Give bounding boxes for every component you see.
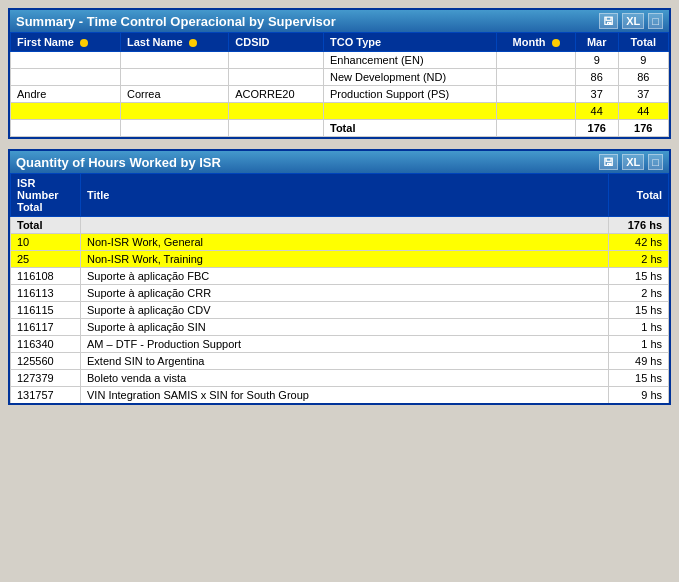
cell-mar: 176 [575,120,618,137]
list-item: 116117 Suporte à aplicação SIN 1 hs [11,319,669,336]
isr-hours: 15 hs [609,302,669,319]
cell-total: 44 [618,103,668,120]
isr-title: Non-ISR Work, General [81,234,609,251]
cell-firstname [11,103,121,120]
isr-hours: 1 hs [609,319,669,336]
col-last-name[interactable]: Last Name [120,33,228,52]
isr-number: 116115 [11,302,81,319]
xl-icon[interactable]: XL [622,13,644,29]
isr-total-row: Total 176 hs [11,217,669,234]
list-item: 125560 Extend SIN to Argentina 49 hs [11,353,669,370]
cell-mar: 9 [575,52,618,69]
cell-total: 37 [618,86,668,103]
minimize-icon[interactable]: □ [648,13,663,29]
table-row: AndreCorreaACORRE20Production Support (P… [11,86,669,103]
cell-mar: 37 [575,86,618,103]
cell-tco-type: Production Support (PS) [324,86,497,103]
list-item: 25 Non-ISR Work, Training 2 hs [11,251,669,268]
cell-lastname [120,52,228,69]
isr-xl-icon[interactable]: XL [622,154,644,170]
list-item: 10 Non-ISR Work, General 42 hs [11,234,669,251]
cell-month-empty [497,69,576,86]
list-item: 127379 Boleto venda a vista 15 hs [11,370,669,387]
table-row: 4444 [11,103,669,120]
isr-hours: 2 hs [609,251,669,268]
col-month[interactable]: Month [497,33,576,52]
sort-icon-lastname [189,39,197,47]
isr-panel-icons: 🖫 XL □ [599,154,663,170]
isr-number: 116113 [11,285,81,302]
list-item: 131757 VIN Integration SAMIS x SIN for S… [11,387,669,404]
isr-title: AM – DTF - Production Support [81,336,609,353]
isr-number: 116117 [11,319,81,336]
cell-cdsid [229,103,324,120]
isr-hours: 15 hs [609,370,669,387]
save-icon[interactable]: 🖫 [599,13,618,29]
isr-table-container[interactable]: ISRNumberTotal Title Total Total 176 hs … [10,173,669,403]
table-row: Enhancement (EN)99 [11,52,669,69]
isr-total-empty [81,217,609,234]
cell-tco-type: New Development (ND) [324,69,497,86]
cell-total: 86 [618,69,668,86]
col-total: Total [618,33,668,52]
isr-save-icon[interactable]: 🖫 [599,154,618,170]
list-item: 116108 Suporte à aplicação FBC 15 hs [11,268,669,285]
isr-number: 25 [11,251,81,268]
isr-number: 127379 [11,370,81,387]
cell-mar: 86 [575,69,618,86]
cell-total: 9 [618,52,668,69]
table-row: New Development (ND)8686 [11,69,669,86]
table-row: Total176176 [11,120,669,137]
list-item: 116113 Suporte à aplicação CRR 2 hs [11,285,669,302]
isr-hours: 2 hs [609,285,669,302]
col-mar: Mar [575,33,618,52]
cell-month-empty [497,103,576,120]
cell-month-empty [497,52,576,69]
sort-icon-firstname [80,39,88,47]
cell-firstname [11,69,121,86]
isr-total-label: Total [11,217,81,234]
cell-tco-type [324,103,497,120]
cell-cdsid [229,52,324,69]
isr-title: Non-ISR Work, Training [81,251,609,268]
isr-title: Suporte à aplicação CDV [81,302,609,319]
isr-hours: 1 hs [609,336,669,353]
cell-tco-type: Enhancement (EN) [324,52,497,69]
isr-number: 116340 [11,336,81,353]
summary-panel-icons: 🖫 XL □ [599,13,663,29]
cell-mar: 44 [575,103,618,120]
cell-lastname: Correa [120,86,228,103]
cell-cdsid: ACORRE20 [229,86,324,103]
isr-hours: 9 hs [609,387,669,404]
summary-table: First Name Last Name CDSID TCO Type Mont… [10,32,669,137]
isr-panel: Quantity of Hours Worked by ISR 🖫 XL □ I… [8,149,671,405]
isr-hours: 49 hs [609,353,669,370]
isr-table: ISRNumberTotal Title Total Total 176 hs … [10,173,669,403]
isr-minimize-icon[interactable]: □ [648,154,663,170]
isr-number: 116108 [11,268,81,285]
summary-panel-header: Summary - Time Control Operacional by Su… [10,10,669,32]
isr-number: 125560 [11,353,81,370]
isr-col-total: Total [609,174,669,217]
cell-total: 176 [618,120,668,137]
cell-lastname [120,69,228,86]
isr-hours: 42 hs [609,234,669,251]
isr-title: Suporte à aplicação FBC [81,268,609,285]
isr-title: Suporte à aplicação SIN [81,319,609,336]
col-first-name[interactable]: First Name [11,33,121,52]
list-item: 116340 AM – DTF - Production Support 1 h… [11,336,669,353]
isr-total-value: 176 hs [609,217,669,234]
summary-panel-title: Summary - Time Control Operacional by Su… [16,14,336,29]
cell-firstname [11,52,121,69]
cell-month-empty [497,86,576,103]
isr-col-title: Title [81,174,609,217]
isr-panel-header: Quantity of Hours Worked by ISR 🖫 XL □ [10,151,669,173]
cell-month-empty [497,120,576,137]
cell-lastname [120,103,228,120]
col-cdsid: CDSID [229,33,324,52]
cell-firstname [11,120,121,137]
summary-panel: Summary - Time Control Operacional by Su… [8,8,671,139]
cell-tco-type: Total [324,120,497,137]
col-tco-type: TCO Type [324,33,497,52]
isr-title: Extend SIN to Argentina [81,353,609,370]
